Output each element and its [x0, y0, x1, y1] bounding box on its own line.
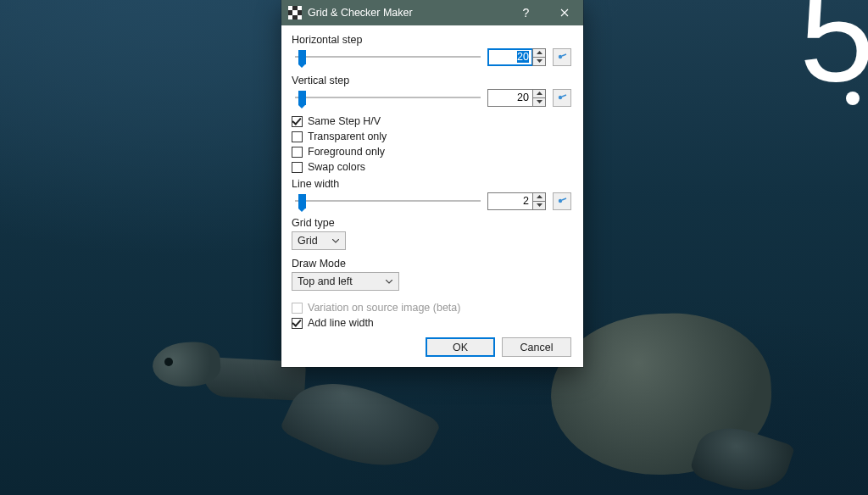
slider-horizontal-step[interactable] [295, 48, 481, 65]
titlebar[interactable]: Grid & Checker Maker ? [281, 0, 583, 25]
wallpaper-dot [846, 92, 860, 105]
dropdown-grid-type[interactable]: Grid [292, 231, 346, 250]
reset-line-width[interactable] [553, 192, 571, 210]
label-add-line-width: Add line width [308, 317, 374, 329]
dropdown-draw-mode[interactable]: Top and left [292, 272, 399, 291]
row-transparent-only[interactable]: Transparent only [292, 131, 571, 142]
checkbox-swap-colors[interactable] [292, 162, 303, 173]
cancel-button-label: Cancel [520, 342, 554, 353]
row-same-step[interactable]: Same Step H/V [292, 115, 571, 127]
label-swap-colors: Swap colors [308, 161, 365, 173]
input-horizontal-step[interactable] [487, 48, 532, 66]
label-same-step: Same Step H/V [308, 115, 381, 127]
input-vertical-step[interactable] [487, 89, 532, 107]
window-title: Grid & Checker Maker [308, 7, 507, 19]
row-foreground-only[interactable]: Foreground only [292, 146, 571, 158]
reset-horizontal-step[interactable] [553, 48, 571, 66]
reset-icon [557, 196, 567, 206]
spin-line-width[interactable] [487, 192, 546, 210]
label-foreground-only: Foreground only [308, 146, 385, 158]
input-line-width[interactable] [487, 192, 532, 210]
label-line-width: Line width [292, 178, 571, 190]
label-variation: Variation on source image (beta) [308, 302, 460, 314]
spin-down-icon[interactable] [533, 201, 545, 209]
checkbox-variation [292, 303, 303, 314]
checkbox-add-line-width[interactable] [292, 318, 303, 329]
row-variation: Variation on source image (beta) [292, 302, 571, 314]
label-vertical-step: Vertical step [292, 75, 571, 86]
label-transparent-only: Transparent only [308, 131, 387, 142]
spin-horizontal-step[interactable] [487, 48, 546, 66]
help-button[interactable]: ? [507, 0, 545, 25]
svg-point-1 [559, 96, 562, 99]
chevron-down-icon [330, 239, 342, 243]
ok-button-label: OK [453, 342, 468, 353]
svg-point-2 [559, 199, 562, 203]
ok-button[interactable]: OK [426, 337, 495, 357]
dropdown-draw-mode-value: Top and left [298, 275, 383, 287]
reset-icon [557, 92, 567, 103]
checkbox-transparent-only[interactable] [292, 131, 303, 142]
close-button[interactable] [545, 0, 583, 25]
label-horizontal-step: Horizontal step [292, 34, 571, 46]
spin-up-icon[interactable] [533, 193, 545, 201]
label-grid-type: Grid type [292, 217, 571, 229]
reset-icon [557, 52, 567, 62]
wallpaper-number: 5 [799, 0, 868, 102]
spin-up-icon[interactable] [533, 90, 545, 97]
spin-down-icon[interactable] [533, 97, 545, 106]
row-add-line-width[interactable]: Add line width [292, 317, 571, 329]
chevron-down-icon [383, 280, 395, 284]
label-draw-mode: Draw Mode [292, 258, 571, 270]
row-swap-colors[interactable]: Swap colors [292, 161, 571, 173]
spin-up-icon[interactable] [533, 49, 545, 57]
cancel-button[interactable]: Cancel [502, 337, 571, 357]
reset-vertical-step[interactable] [553, 89, 571, 107]
checkbox-foreground-only[interactable] [292, 147, 303, 158]
checkbox-same-step[interactable] [292, 116, 303, 127]
slider-line-width[interactable] [295, 192, 481, 209]
spin-vertical-step[interactable] [487, 89, 546, 107]
svg-point-0 [559, 55, 562, 58]
app-icon [288, 6, 302, 19]
dropdown-grid-type-value: Grid [298, 235, 330, 247]
slider-vertical-step[interactable] [295, 89, 481, 106]
dialog-grid-checker-maker: Grid & Checker Maker ? Horizontal step [281, 0, 583, 367]
spin-down-icon[interactable] [533, 57, 545, 65]
